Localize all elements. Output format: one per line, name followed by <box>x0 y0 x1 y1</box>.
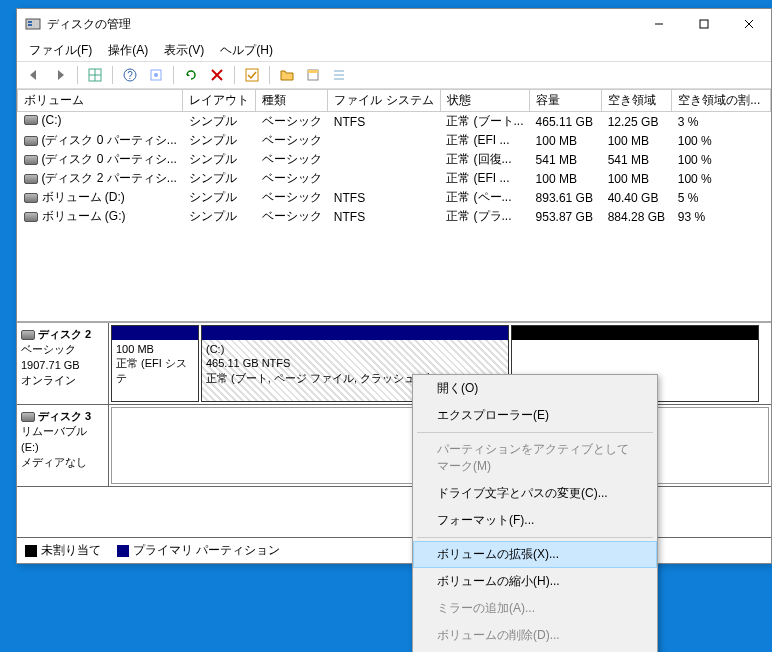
svg-rect-18 <box>308 70 318 73</box>
volume-icon <box>24 174 38 184</box>
svg-rect-16 <box>246 69 258 81</box>
titlebar[interactable]: ディスクの管理 <box>17 9 771 39</box>
context-menu-item: ミラーの追加(A)... <box>413 595 657 622</box>
partition[interactable]: 100 MB正常 (EFI システ <box>111 325 199 402</box>
context-menu-item: ボリュームの削除(D)... <box>413 622 657 649</box>
list-icon[interactable] <box>328 64 350 86</box>
context-menu-item: パーティションをアクティブとしてマーク(M) <box>413 436 657 480</box>
back-icon[interactable] <box>23 64 45 86</box>
menu-action[interactable]: 操作(A) <box>100 40 156 61</box>
column-header[interactable]: 状態 <box>440 90 529 112</box>
app-icon <box>25 16 41 32</box>
help-icon[interactable]: ? <box>119 64 141 86</box>
legend-item: プライマリ パーティション <box>117 542 280 559</box>
context-menu[interactable]: 開く(O)エクスプローラー(E)パーティションをアクティブとしてマーク(M)ドラ… <box>412 374 658 652</box>
volume-row[interactable]: (C:)シンプルベーシックNTFS正常 (ブート...465.11 GB12.2… <box>18 112 771 132</box>
context-menu-item[interactable]: ボリュームの拡張(X)... <box>413 541 657 568</box>
volume-icon <box>24 155 38 165</box>
svg-text:?: ? <box>127 70 133 81</box>
volume-row[interactable]: (ディスク 0 パーティシ...シンプルベーシック正常 (EFI ...100 … <box>18 131 771 150</box>
volume-row[interactable]: ボリューム (G:)シンプルベーシックNTFS正常 (プラ...953.87 G… <box>18 207 771 226</box>
menu-view[interactable]: 表示(V) <box>156 40 212 61</box>
column-header[interactable]: 容量 <box>530 90 602 112</box>
column-header[interactable]: 空き領域の割... <box>672 90 771 112</box>
menu-file[interactable]: ファイル(F) <box>21 40 100 61</box>
column-header[interactable]: レイアウト <box>183 90 256 112</box>
disk-icon <box>21 330 35 340</box>
volume-icon <box>24 212 38 222</box>
legend-item: 未割り当て <box>25 542 101 559</box>
volume-list[interactable]: ボリュームレイアウト種類ファイル システム状態容量空き領域空き領域の割... (… <box>17 89 771 323</box>
column-header[interactable]: 種類 <box>256 90 328 112</box>
volume-row[interactable]: ボリューム (D:)シンプルベーシックNTFS正常 (ペー...893.61 G… <box>18 188 771 207</box>
maximize-button[interactable] <box>681 9 726 39</box>
window-title: ディスクの管理 <box>47 16 636 33</box>
folder-icon[interactable] <box>276 64 298 86</box>
volume-icon <box>24 193 38 203</box>
context-menu-item[interactable]: ドライブ文字とパスの変更(C)... <box>413 480 657 507</box>
column-header[interactable]: 空き領域 <box>602 90 672 112</box>
settings-icon[interactable] <box>145 64 167 86</box>
svg-rect-1 <box>28 21 32 23</box>
refresh-icon[interactable] <box>180 64 202 86</box>
svg-point-13 <box>154 73 158 77</box>
menubar: ファイル(F) 操作(A) 表示(V) ヘルプ(H) <box>17 39 771 61</box>
toolbar: ? <box>17 61 771 89</box>
column-header[interactable]: ファイル システム <box>328 90 440 112</box>
context-menu-item[interactable]: ボリュームの縮小(H)... <box>413 568 657 595</box>
minimize-button[interactable] <box>636 9 681 39</box>
check-icon[interactable] <box>241 64 263 86</box>
volume-row[interactable]: (ディスク 2 パーティシ...シンプルベーシック正常 (EFI ...100 … <box>18 169 771 188</box>
column-header[interactable]: ボリューム <box>18 90 183 112</box>
context-menu-item[interactable]: 開く(O) <box>413 375 657 402</box>
disk-info: ディスク 2ベーシック1907.71 GBオンライン <box>17 323 109 404</box>
volume-row[interactable]: (ディスク 0 パーティシ...シンプルベーシック正常 (回復...541 MB… <box>18 150 771 169</box>
menu-separator <box>417 537 653 538</box>
context-menu-item[interactable]: エクスプローラー(E) <box>413 402 657 429</box>
menu-separator <box>417 432 653 433</box>
svg-rect-4 <box>700 20 708 28</box>
volume-icon <box>24 136 38 146</box>
menu-help[interactable]: ヘルプ(H) <box>212 40 281 61</box>
disk-icon <box>21 412 35 422</box>
forward-icon[interactable] <box>49 64 71 86</box>
context-menu-item[interactable]: フォーマット(F)... <box>413 507 657 534</box>
property-icon[interactable] <box>302 64 324 86</box>
grid-view-icon[interactable] <box>84 64 106 86</box>
svg-rect-2 <box>28 24 32 26</box>
volume-icon <box>24 115 38 125</box>
disk-management-window: ディスクの管理 ファイル(F) 操作(A) 表示(V) ヘルプ(H) ? ボリュ… <box>16 8 772 564</box>
disk-info: ディスク 3リムーバブル (E:)メディアなし <box>17 405 109 486</box>
delete-icon[interactable] <box>206 64 228 86</box>
close-button[interactable] <box>726 9 771 39</box>
